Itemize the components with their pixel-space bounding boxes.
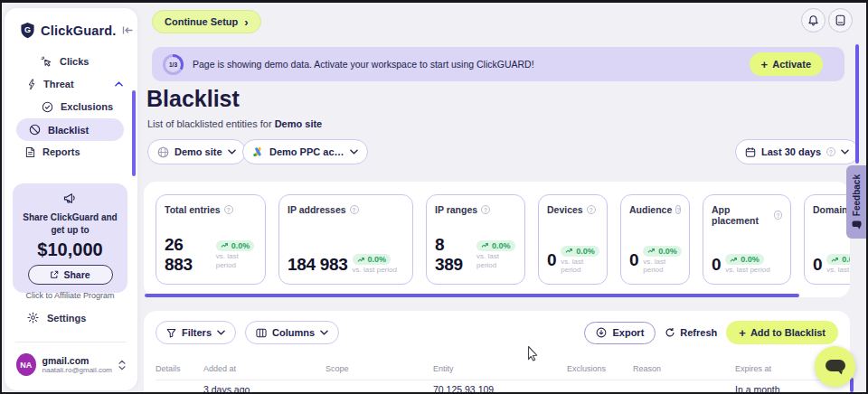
sidebar-divider	[15, 342, 127, 342]
table-toolbar: Filters Columns Export	[156, 321, 838, 344]
info-icon: ?	[826, 147, 835, 156]
table-row[interactable]: 3 days ago 70.125.93.109 In a month	[156, 380, 838, 394]
stat-value: 8 389	[435, 235, 472, 275]
avatar: NA	[16, 353, 36, 376]
export-button[interactable]: Export	[584, 322, 656, 344]
table-header-row: Details Added at Scope Entity Exclusions…	[156, 364, 838, 373]
bell-icon	[807, 14, 819, 27]
sidebar-item-settings[interactable]: Settings	[27, 312, 86, 324]
trend-up-icon	[831, 257, 839, 263]
affiliate-promo-card[interactable]: Share ClickGuard and get up to $10,000 S…	[13, 183, 127, 293]
stat-app-placement: App placement? 0 0.0% vs. last period	[703, 194, 791, 285]
chevron-up-icon	[115, 81, 123, 87]
chevron-down-icon	[217, 330, 225, 335]
blocked-circle-icon	[29, 124, 41, 136]
trend-badge: 0.0%	[725, 254, 764, 265]
trend-badge: 0.0%	[561, 246, 599, 257]
add-to-blacklist-button[interactable]: + Add to Blacklist	[726, 321, 838, 344]
page-scrollbar[interactable]	[855, 44, 859, 164]
document-icon	[25, 146, 35, 158]
column-header[interactable]: Added at	[203, 364, 326, 373]
continue-setup-button[interactable]: Continue Setup ›	[152, 10, 261, 33]
notifications-button[interactable]	[801, 8, 826, 33]
external-link-icon	[50, 270, 59, 279]
chevron-right-icon: ›	[244, 15, 248, 29]
column-header[interactable]: Entity	[433, 364, 567, 373]
sidebar-item-blacklist[interactable]: Blacklist	[16, 118, 124, 141]
stat-ip-ranges: IP ranges? 8 389 0.0% vs. last period	[426, 194, 525, 285]
info-icon[interactable]: ?	[224, 205, 233, 214]
trend-up-icon	[221, 242, 229, 249]
info-icon[interactable]: ?	[774, 211, 782, 220]
activate-button[interactable]: + Activate	[750, 52, 823, 76]
plus-icon: +	[739, 326, 746, 340]
stat-value: 0	[813, 255, 822, 275]
column-header[interactable]: Scope	[326, 364, 433, 373]
site-selector[interactable]: Demo site	[147, 139, 246, 164]
calendar-icon	[745, 146, 756, 158]
stat-vs-label: vs. last period	[216, 252, 257, 269]
export-icon	[596, 327, 607, 338]
info-icon[interactable]: ?	[587, 205, 596, 214]
account-switcher[interactable]: NA gmail.com naatali.ro@gmail.com	[16, 353, 126, 376]
table-scrollbar[interactable]	[850, 378, 854, 392]
docs-button[interactable]	[828, 8, 853, 33]
trend-badge: 0.0%	[476, 240, 515, 251]
svg-text:G: G	[24, 25, 31, 34]
sidebar-item-reports[interactable]: Reports	[25, 142, 80, 162]
check-circle-icon	[42, 101, 53, 113]
chevron-down-icon	[228, 149, 236, 155]
page-title: Blacklist	[146, 86, 240, 112]
stat-vs-label: vs. last period	[643, 258, 682, 275]
stat-value: 26 883	[165, 235, 212, 275]
column-header[interactable]: Reason	[633, 364, 735, 373]
sidebar: G ClickGuard. Clicks Threat	[5, 8, 137, 390]
trend-up-icon	[357, 257, 365, 263]
sidebar-item-threat[interactable]: Threat	[27, 74, 127, 94]
stat-audience: Audience? 0 0.0% vs. last period	[620, 194, 690, 285]
info-icon[interactable]: ?	[675, 205, 681, 214]
book-icon	[835, 14, 845, 26]
stat-vs-label: vs. last period	[725, 266, 769, 275]
brand-shield-icon: G	[20, 22, 35, 39]
stat-vs-label: vs. last period	[353, 266, 397, 275]
share-button[interactable]: Share	[28, 265, 113, 285]
stats-horizontal-scrollbar[interactable]	[145, 294, 799, 297]
date-range-selector[interactable]: Last 30 days ?	[735, 139, 859, 164]
sidebar-item-clicks[interactable]: Clicks	[41, 52, 89, 71]
trend-up-icon	[730, 257, 738, 263]
account-email: naatali.ro@gmail.com	[42, 366, 112, 374]
stat-vs-label: vs. last period	[476, 252, 516, 269]
trend-up-icon	[565, 248, 573, 254]
stat-ip-addresses: IP addresses? 184 983 0.0% vs. last peri…	[278, 194, 413, 285]
sidebar-scrollbar[interactable]	[132, 90, 136, 176]
stat-total-entries: Total entries? 26 883 0.0% vs. last peri…	[156, 194, 266, 285]
columns-button[interactable]: Columns	[245, 321, 339, 344]
globe-icon	[157, 146, 169, 158]
feedback-tab[interactable]: Feedback	[846, 165, 867, 239]
gear-icon	[27, 312, 39, 324]
setup-progress-value: 1/3	[165, 57, 181, 72]
ppc-account-selector[interactable]: Demo PPC ac…	[242, 139, 368, 164]
chat-launcher-button[interactable]	[815, 346, 855, 387]
google-ads-icon	[252, 146, 264, 157]
column-header[interactable]: Exclusions	[567, 364, 633, 373]
info-icon[interactable]: ?	[350, 205, 359, 214]
sidebar-item-exclusions[interactable]: Exclusions	[42, 97, 113, 117]
info-icon[interactable]: ?	[481, 205, 490, 214]
refresh-button[interactable]: Refresh	[665, 327, 717, 338]
brand-name: ClickGuard.	[41, 23, 117, 38]
lightning-icon	[27, 79, 36, 90]
trend-badge: 0.0%	[353, 254, 392, 265]
columns-icon	[256, 328, 267, 338]
sidebar-item-label: Blacklist	[48, 125, 89, 136]
account-name: gmail.com	[42, 355, 112, 367]
chevron-down-icon	[320, 330, 328, 335]
column-header[interactable]: Details	[156, 364, 203, 373]
chevron-up-down-icon	[118, 360, 126, 371]
sidebar-collapse-icon[interactable]	[122, 25, 133, 35]
promo-title: Share ClickGuard and get up to	[13, 211, 127, 237]
stats-summary-panel: Total entries? 26 883 0.0% vs. last peri…	[144, 182, 850, 297]
stat-value: 0	[712, 255, 721, 275]
filters-button[interactable]: Filters	[156, 321, 236, 344]
